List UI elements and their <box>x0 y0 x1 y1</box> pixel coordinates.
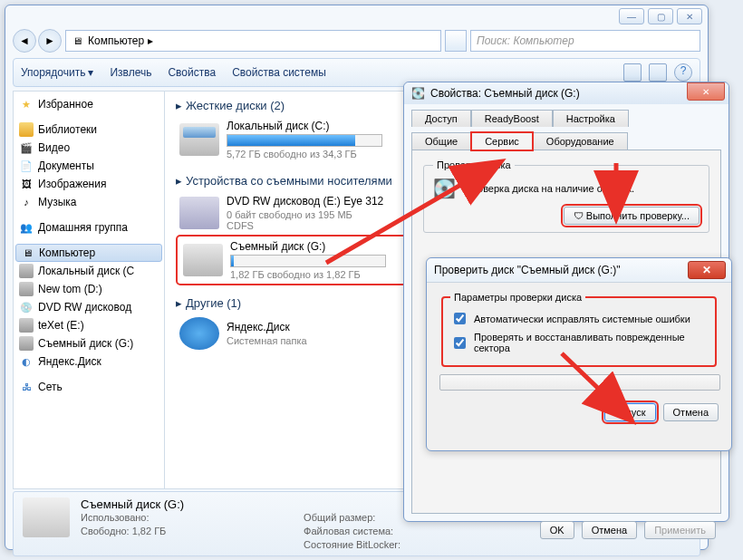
drive-icon <box>19 336 34 351</box>
tab-readyboost[interactable]: ReadyBoost <box>471 110 553 127</box>
sidebar-texet[interactable]: teXet (E:) <box>14 316 164 334</box>
dialog-title: 💽 Свойства: Съемный диск (G:) <box>404 82 729 104</box>
tab-customize[interactable]: Настройка <box>553 110 629 127</box>
document-icon: 📄 <box>19 159 34 173</box>
dialog-buttons: Запуск Отмена <box>427 400 731 430</box>
library-icon <box>19 122 34 137</box>
system-properties-button[interactable]: Свойства системы <box>232 66 326 79</box>
music-icon: ♪ <box>19 195 34 209</box>
dvd-icon <box>179 197 219 229</box>
drive-icon <box>19 264 34 278</box>
dialog-title: Проверить диск "Съемный диск (G:)" <box>427 258 731 283</box>
drive-icon <box>19 318 34 333</box>
close-button[interactable]: ✕ <box>687 82 725 101</box>
minimize-button[interactable]: — <box>619 8 644 24</box>
help-icon[interactable]: ? <box>674 63 692 82</box>
nav-sidebar: ★Избранное Библиотеки 🎬Видео 📄Документы … <box>13 91 165 489</box>
preview-icon[interactable] <box>649 63 667 82</box>
homegroup[interactable]: 👥Домашняя группа <box>14 218 164 237</box>
sidebar-dvd[interactable]: 💿DVD RW дисковод <box>14 298 164 316</box>
tab-service[interactable]: Сервис <box>471 132 533 150</box>
sidebar-drive-d[interactable]: New tom (D:) <box>14 280 164 298</box>
computer-icon: 🖥 <box>20 246 34 260</box>
chevron-right-icon: ▸ <box>148 34 153 47</box>
back-button[interactable]: ◄ <box>13 29 36 53</box>
image-icon: 🖼 <box>19 177 34 191</box>
breadcrumb[interactable]: 🖥 Компьютер ▸ <box>65 30 441 52</box>
network-icon: 🖧 <box>19 380 34 394</box>
details-name: Съемный диск (G:) <box>81 497 184 511</box>
drive-icon <box>19 282 34 296</box>
address-bar: ◄ ► 🖥 Компьютер ▸ Поиск: Компьютер <box>13 27 700 54</box>
start-button[interactable]: Запуск <box>604 403 655 421</box>
ok-button[interactable]: OK <box>540 521 574 539</box>
sidebar-documents[interactable]: 📄Документы <box>14 157 164 175</box>
check-disk-group: Проверка диска 💽 Проверка диска на налич… <box>423 159 709 233</box>
sidebar-video[interactable]: 🎬Видео <box>14 139 164 157</box>
tab-row-bottom: Общие Сервис Оборудование <box>411 132 721 150</box>
hdd-icon <box>179 123 219 156</box>
auto-fix-checkbox[interactable] <box>454 313 466 324</box>
cancel-button[interactable]: Отмена <box>582 521 637 539</box>
run-check-button[interactable]: 🛡 Выполнить проверку... <box>564 207 700 225</box>
cancel-button[interactable]: Отмена <box>663 403 719 421</box>
view-icon[interactable] <box>623 63 642 82</box>
tab-general[interactable]: Общие <box>411 132 471 150</box>
dialog-buttons: OK Отмена Применить <box>404 514 729 546</box>
tab-row-top: Доступ ReadyBoost Настройка <box>411 110 721 127</box>
scan-recover-option[interactable]: Проверять и восстанавливать поврежденные… <box>450 332 708 353</box>
video-icon: 🎬 <box>19 140 34 155</box>
favorites-group[interactable]: ★Избранное <box>14 95 164 113</box>
sidebar-drive-c[interactable]: Локальный диск (C <box>14 262 164 280</box>
tab-hardware[interactable]: Оборудование <box>533 132 628 150</box>
sidebar-yandex[interactable]: ◐Яндекс.Диск <box>14 352 164 371</box>
star-icon: ★ <box>19 97 34 111</box>
sidebar-music[interactable]: ♪Музыка <box>14 193 164 211</box>
auto-fix-option[interactable]: Автоматически исправлять системные ошибк… <box>450 310 708 327</box>
properties-button[interactable]: Свойства <box>168 66 216 79</box>
sidebar-images[interactable]: 🖼Изображения <box>14 175 164 193</box>
refresh-button[interactable] <box>445 30 467 52</box>
check-options-group: Параметры проверки диска Автоматически и… <box>441 292 717 367</box>
close-button[interactable]: ✕ <box>688 261 726 279</box>
check-disk-dialog: ✕ Проверить диск "Съемный диск (G:)" Пар… <box>426 257 732 451</box>
homegroup-icon: 👥 <box>19 220 34 235</box>
drive-icon: 💽 <box>411 87 425 100</box>
close-button[interactable]: ✕ <box>677 8 702 24</box>
eject-button[interactable]: Извлечь <box>110 66 151 79</box>
sidebar-computer[interactable]: 🖥Компьютер <box>15 244 162 262</box>
yandex-disk-icon <box>179 317 219 350</box>
search-input[interactable]: Поиск: Компьютер <box>470 30 700 52</box>
computer-icon: 🖥 <box>70 34 84 48</box>
breadcrumb-text: Компьютер <box>88 34 144 47</box>
tab-access[interactable]: Доступ <box>411 110 471 127</box>
titlebar: — ▢ ✕ <box>5 5 708 27</box>
maximize-button[interactable]: ▢ <box>648 8 673 24</box>
yandex-icon: ◐ <box>19 354 34 369</box>
dvd-icon: 💿 <box>19 300 34 314</box>
sidebar-network[interactable]: 🖧Сеть <box>14 378 164 396</box>
scan-recover-checkbox[interactable] <box>454 337 466 349</box>
apply-button[interactable]: Применить <box>644 521 716 539</box>
removable-icon <box>183 244 223 276</box>
progress-bar <box>439 374 720 391</box>
disk-check-icon: 💽 <box>433 178 456 199</box>
organize-button[interactable]: Упорядочить ▾ <box>21 66 93 79</box>
libraries-group[interactable]: Библиотеки <box>14 121 164 139</box>
forward-button[interactable]: ► <box>38 29 62 53</box>
sidebar-drive-g[interactable]: Съемный диск (G:) <box>14 334 164 352</box>
details-drive-icon <box>23 497 70 537</box>
